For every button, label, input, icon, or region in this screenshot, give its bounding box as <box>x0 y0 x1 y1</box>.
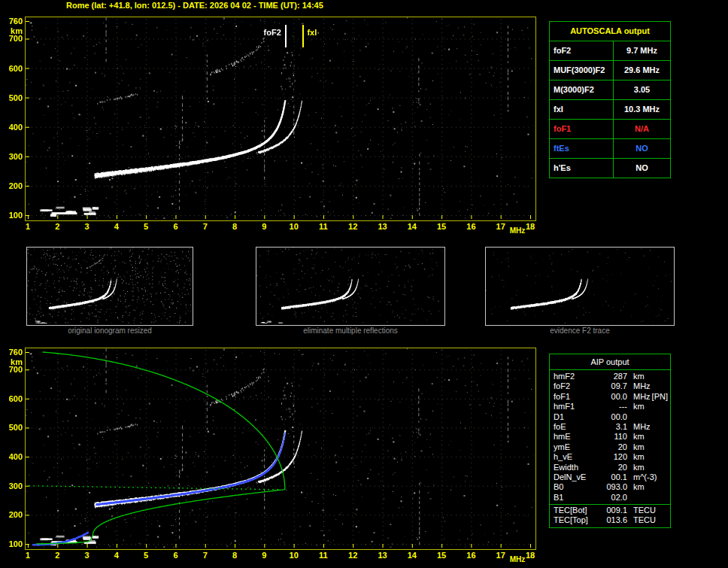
param-value: NO <box>614 159 670 178</box>
param-value: 287 <box>599 372 627 381</box>
param-value: 20 <box>599 463 627 472</box>
ionogram-profile-plot: 760700600500400300200100km12345678910111… <box>25 348 536 550</box>
y-axis-tick-label: 200 <box>3 511 23 519</box>
param-unit <box>627 412 633 422</box>
param-unit: km <box>627 463 645 472</box>
thumb-evidence-canvas <box>486 248 672 323</box>
param-label: hmF1 <box>550 402 599 412</box>
param-value: 009.1 <box>599 506 627 515</box>
y-axis-tick-label: 600 <box>3 395 23 403</box>
param-value: 00.0 <box>599 412 627 422</box>
param-label: ymE <box>550 442 599 452</box>
x-axis-tick-label: 3 <box>80 223 94 231</box>
param-value: 10.3 MHz <box>614 100 670 119</box>
y-axis-tick-label: 100 <box>3 540 23 548</box>
param-note: [PN] <box>652 392 670 402</box>
y-axis-tick-label: 760 <box>3 17 23 26</box>
x-axis-tick-label: 2 <box>50 551 64 560</box>
param-value: 09.7 <box>599 381 627 391</box>
autoscala-row-fxi: fxI10.3 MHz <box>550 100 670 120</box>
aip-row-deln-ve: DelN_vE00.1m^(-3) <box>550 472 670 482</box>
x-axis-tick-label: 8 <box>228 551 241 560</box>
param-unit: km <box>627 372 645 381</box>
ionogram-profile-canvas <box>26 348 534 548</box>
thumb-caption-evidence: evidence F2 trace <box>485 327 675 335</box>
x-axis-tick-label: 15 <box>435 223 448 231</box>
param-unit: km <box>627 482 645 492</box>
param-unit: km <box>627 442 645 452</box>
fof2-marker-label: foF2 <box>250 28 281 37</box>
x-axis-tick-label: 3 <box>80 551 94 560</box>
param-value: 093.0 <box>599 482 627 492</box>
thumb-eliminate-canvas <box>256 248 443 323</box>
fxi-marker-line <box>302 25 304 47</box>
x-axis-tick-label: 18 <box>523 223 537 231</box>
fof2-marker-line <box>285 25 287 47</box>
y-axis-tick-label: 700 <box>3 366 23 374</box>
x-axis-tick-label: 7 <box>199 551 212 560</box>
param-label: h_vE <box>550 452 599 462</box>
aip-row-b0: B0093.0km <box>550 482 670 492</box>
aip-row-h-ve: h_vE120km <box>550 452 670 462</box>
aip-row-foe: foE3.1MHz <box>550 422 670 432</box>
aip-row-fof2: foF209.7MHz <box>550 381 670 391</box>
x-axis-tick-label: 4 <box>110 551 123 560</box>
aip-row-hmf1: hmF1---km <box>550 402 670 412</box>
autoscala-row-fof1: foF1N/A <box>550 120 670 139</box>
autoscala-table-title: AUTOSCALA output <box>550 22 670 41</box>
y-axis-unit-label: km <box>3 358 23 366</box>
param-unit: MHz <box>627 381 651 391</box>
param-value: 9.7 MHz <box>614 41 670 60</box>
x-axis-tick-label: 9 <box>257 223 271 231</box>
param-label: foF1 <box>550 120 614 138</box>
param-value: 3.05 <box>614 80 670 99</box>
aip-row-tec-bot: TEC[Bot]009.1TECU <box>550 506 670 515</box>
param-label: Ewidth <box>550 463 599 472</box>
x-axis-tick-label: 13 <box>376 223 390 231</box>
y-axis-tick-label: 300 <box>3 153 23 161</box>
autoscala-row-ftes: ftEsNO <box>550 139 670 159</box>
x-axis-tick-label: 12 <box>346 551 359 560</box>
param-value: NO <box>614 139 670 158</box>
y-axis-tick-label: 200 <box>3 182 23 190</box>
x-axis-tick-label: 16 <box>464 223 478 231</box>
param-value: 120 <box>599 452 627 462</box>
aip-row-fof1: foF100.0MHz[PN] <box>550 392 670 402</box>
param-label: ftEs <box>550 139 614 158</box>
param-value: 29.6 MHz <box>614 61 670 80</box>
aip-table-title: AIP output <box>550 354 670 370</box>
aip-row-b1: B102.0 <box>550 493 670 503</box>
x-axis-tick-label: 5 <box>139 223 153 231</box>
y-axis-tick-label: 500 <box>3 94 23 102</box>
param-label: foF2 <box>550 381 599 391</box>
param-value: 02.0 <box>599 493 627 503</box>
x-axis-tick-label: 4 <box>110 223 123 231</box>
aip-row-d1: D100.0 <box>550 412 670 422</box>
y-axis-tick-label: 400 <box>3 453 23 461</box>
aip-row-ewidth: Ewidth20km <box>550 463 670 472</box>
param-label: M(3000)F2 <box>550 80 614 99</box>
x-axis-tick-label: 15 <box>435 551 448 560</box>
param-unit: km <box>627 432 645 442</box>
param-value: 00.0 <box>599 392 627 402</box>
aip-row-hme: hmE110km <box>550 432 670 442</box>
param-value: 20 <box>599 442 627 452</box>
y-axis-unit-label: km <box>3 27 23 35</box>
x-axis-tick-label: 8 <box>228 223 241 231</box>
aip-table-rows: hmF2287kmfoF209.7MHzfoF100.0MHz[PN]hmF1-… <box>550 370 670 504</box>
autoscala-row-muf-3000-f2: MUF(3000)F229.6 MHz <box>550 61 670 80</box>
thumb-evidence-f2 <box>485 247 675 326</box>
autoscala-row-h-es: h'EsNO <box>550 159 670 178</box>
thumb-original-canvas <box>27 248 191 323</box>
autoscala-output-table: AUTOSCALA output foF29.7 MHzMUF(3000)F22… <box>549 21 671 178</box>
param-label: hmF2 <box>550 372 599 381</box>
param-unit: TECU <box>627 515 656 525</box>
param-unit: MHz <box>627 422 651 432</box>
x-axis-tick-label: 10 <box>287 551 301 560</box>
param-label: foF2 <box>550 41 614 60</box>
aip-output-table: AIP output hmF2287kmfoF209.7MHzfoF100.0M… <box>549 354 671 528</box>
param-label: fxI <box>550 100 614 119</box>
param-value: 00.1 <box>599 472 627 482</box>
param-label: hmE <box>550 432 599 442</box>
x-axis-tick-label: 1 <box>21 551 35 560</box>
